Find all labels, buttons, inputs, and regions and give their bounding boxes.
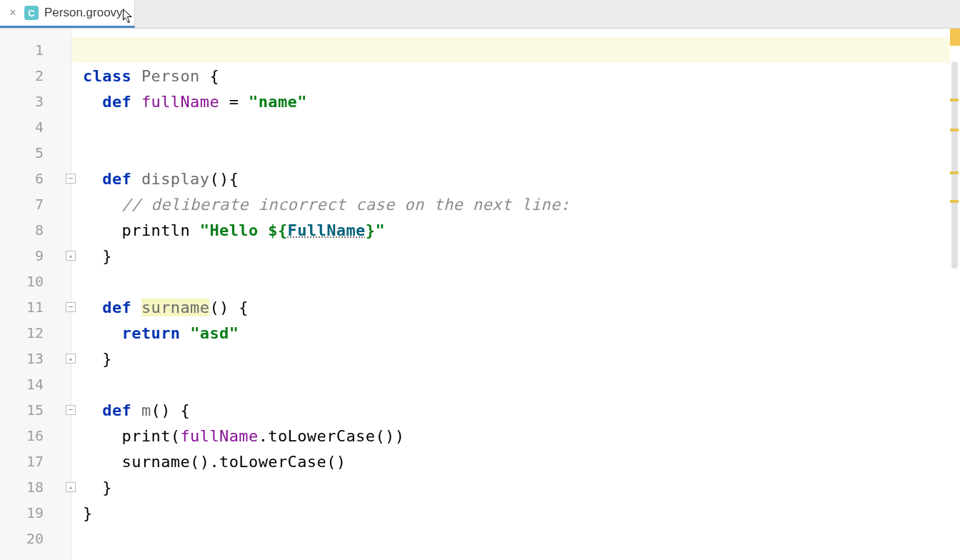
file-type-icon: C (24, 6, 39, 20)
analysis-status-icon[interactable] (950, 29, 960, 46)
line-number: 20 (0, 526, 71, 551)
line-number: 15 (0, 397, 71, 423)
line-number: 11 (0, 294, 71, 320)
line-number: 3 (0, 89, 71, 114)
close-icon[interactable]: × (7, 7, 19, 19)
code-line[interactable] (71, 37, 960, 63)
code-line[interactable]: println "Hello ${FullName}" (83, 217, 960, 243)
tab-person-groovy[interactable]: × C Person.groovy (0, 0, 135, 28)
code-line[interactable]: } (83, 243, 960, 269)
code-line[interactable] (83, 269, 960, 294)
code-line[interactable] (83, 526, 960, 551)
line-number: 6 (0, 166, 71, 191)
code-line[interactable]: } (83, 500, 960, 526)
code-line[interactable]: def surname() { (83, 294, 960, 320)
code-line[interactable]: class Person { (83, 63, 960, 89)
line-number: 7 (0, 191, 71, 217)
line-number: 14 (0, 371, 71, 397)
code-line[interactable] (83, 371, 960, 397)
line-number: 2 (0, 63, 71, 89)
warning-marker[interactable] (950, 171, 959, 174)
code-line[interactable]: return "asd" (83, 320, 960, 346)
code-line[interactable]: def fullName = "name" (83, 89, 960, 114)
line-number: 16 (0, 423, 71, 449)
line-number: 9 (0, 243, 71, 269)
tab-bar: × C Person.groovy (0, 0, 960, 29)
code-line[interactable]: } (83, 346, 960, 371)
code-line[interactable] (83, 140, 960, 166)
code-area[interactable]: class Person { def fullName = "name" def… (71, 29, 960, 560)
code-line[interactable]: surname().toLowerCase() (83, 449, 960, 474)
code-line[interactable]: } (83, 474, 960, 500)
line-number: 18 (0, 474, 71, 500)
line-number: 1 (0, 37, 71, 63)
code-line[interactable]: def m() { (83, 397, 960, 423)
warning-marker[interactable] (950, 129, 959, 131)
tab-filename: Person.groovy (44, 6, 123, 20)
editor[interactable]: 1 2 3 4 5 6 7 8 9 10 11 12 13 14 15 16 1… (0, 29, 960, 560)
scrollbar-thumb[interactable] (951, 61, 958, 269)
code-line[interactable]: def display(){ (83, 166, 960, 191)
status-stripe[interactable] (950, 29, 960, 560)
line-number: 5 (0, 140, 71, 166)
line-number: 10 (0, 269, 71, 294)
line-number: 8 (0, 217, 71, 243)
line-number: 13 (0, 346, 71, 371)
code-line[interactable] (83, 114, 960, 140)
code-line[interactable]: // deliberate incorrect case on the next… (83, 191, 960, 217)
gutter: 1 2 3 4 5 6 7 8 9 10 11 12 13 14 15 16 1… (0, 29, 71, 560)
line-number: 17 (0, 449, 71, 474)
line-number: 12 (0, 320, 71, 346)
warning-marker[interactable] (950, 200, 959, 203)
line-number: 19 (0, 500, 71, 526)
line-number: 4 (0, 114, 71, 140)
code-line[interactable]: print(fullName.toLowerCase()) (83, 423, 960, 449)
warning-marker[interactable] (950, 99, 959, 101)
